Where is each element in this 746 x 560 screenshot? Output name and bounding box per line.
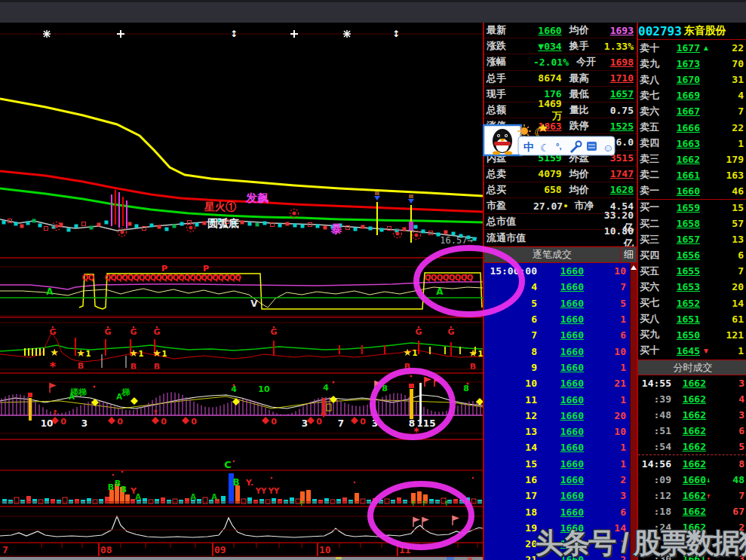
level-label: 买三 [638,233,668,246]
sell-level-row[interactable]: 卖九 1673 70 [638,56,746,72]
window-top-bar [0,0,746,23]
quote-value: 1710 [603,72,637,84]
level-volume: 22 [712,42,746,54]
level-label: 卖七 [638,89,668,103]
svg-text:0: 0 [161,417,167,427]
price-trend-icon: ▼ [700,347,712,355]
scroll-up-icon[interactable] [631,265,637,270]
level-label: 买四 [638,249,668,262]
level-price: 1677 [668,42,700,54]
svg-text:★: ★ [129,347,138,359]
quote-value: 8674 [533,72,562,84]
level-volume: 7 [712,265,746,277]
level-price: 1650 [668,329,700,341]
trade-volume: 10 [584,426,637,437]
time-sales-row: :18 1662 67 [638,503,746,519]
quote-value: 4079 [533,168,562,179]
buy-level-row[interactable]: 买十 1645 ▼ 1 [638,343,746,359]
trade-volume: 6 [715,425,746,436]
svg-text:V: V [250,298,258,309]
level-volume: 179 [712,154,746,165]
quote-label: 总卖 [484,167,533,181]
trade-time: 8 [484,346,537,357]
quote-label: 最新 [484,23,533,37]
punctuation-icon[interactable]: °, [556,142,561,151]
tick-trade-row: 17 1660 3 [484,488,637,503]
svg-text:G: G [447,327,454,337]
buy-level-row[interactable]: 买九 1650 121 [638,327,746,343]
quote-value: 1693 [603,25,637,36]
buy-level-row[interactable]: 买三 1657 13 [638,231,746,247]
buy-level-row[interactable]: 买七 1652 14 [638,295,746,311]
sell-level-row[interactable]: 卖三 1662 179 [638,151,746,167]
sell-level-row[interactable]: 卖六 1667 7 [638,103,746,119]
svg-text:0: 0 [117,417,123,427]
sell-level-row[interactable]: 卖一 1660 46 [638,183,746,199]
smiley-icon[interactable]: ☺ [603,142,613,154]
level-price: 1666 [668,122,700,133]
sell-level-row[interactable]: 卖七 1669 4 [638,87,746,103]
level-label: 买五 [638,265,668,278]
sell-level-row[interactable]: 卖四 1663 1 [638,136,746,151]
sell-level-row[interactable]: 卖二 1661 163 [638,167,746,183]
sell-level-row[interactable]: 卖十 1677 ▲ 22 [638,40,746,56]
trade-time: :39 [638,393,671,405]
svg-text:A: A [69,393,75,401]
mode-button[interactable]: 中 [523,141,534,153]
quote-row: 总卖 4079 均价 1747 [484,167,637,182]
level-label: 卖九 [638,57,668,71]
buy-level-row[interactable]: 买六 1653 20 [638,279,746,295]
trade-time: 7 [484,329,537,341]
tick-trade-list[interactable]: 15:00:00 1660 10 4 1660 7 5 1660 5 6 166… [484,263,637,560]
quote-label: 均价 [563,183,603,197]
quote-label: 市盈 [484,199,533,213]
detail-button[interactable]: 细 [620,247,637,262]
night-mode-icon[interactable]: ☾ [540,142,550,154]
tick-trade-row: 12 1660 20 [484,408,637,424]
tick-trade-row: 15 1660 1 [484,456,637,472]
tick-trade-panel: 逐笔成交 细 15:00:00 1660 10 4 1660 7 5 1660 … [484,246,637,560]
quote-label: 总额 [484,103,533,117]
chart-annotation-bao: 暴 [330,222,342,235]
sell-level-row[interactable]: 卖八 1670 31 [638,72,746,87]
time-sales-row: :09 1660 ↓ 48 [638,472,746,488]
time-sales-row: :51 1662 6 [638,423,746,439]
stock-header[interactable]: 002793 东音股份 [638,23,746,40]
level-label: 买七 [638,296,668,310]
axis-month-label: 10 [319,544,331,555]
trade-price: 1660 [537,378,584,389]
axis-month-label: 11 [399,544,411,555]
svg-text:A: A [190,493,196,501]
trade-time: 14:55 [638,378,671,389]
buy-level-row[interactable]: 买二 1658 57 [638,216,746,231]
time-sales-row: :48 1662 3 [638,407,746,423]
level-label: 卖八 [638,73,668,87]
svg-text:★: ★ [50,347,59,358]
level-volume: 57 [712,218,746,229]
time-sales-title: 分时成交 [638,360,746,375]
level-price: 1651 [668,314,700,325]
buy-level-row[interactable]: 买八 1651 61 [638,311,746,327]
level-price: 1673 [668,58,700,69]
scrollbar[interactable] [630,263,637,560]
trade-price: 1660 [537,474,584,485]
sell-level-row[interactable]: 卖五 1666 22 [638,119,746,135]
time-sales-row: :12 1662 ↑ 7 [638,488,746,503]
buy-level-row[interactable]: 买四 1656 6 [638,247,746,263]
trade-volume: 21 [584,378,637,389]
trade-time: 16 [484,474,537,485]
chart-background [0,23,483,560]
svg-text:A: A [135,493,141,501]
buy-level-row[interactable]: 买一 1659 15 [638,200,746,216]
trade-time: 17 [484,490,537,501]
buy-level-row[interactable]: 买五 1655 7 [638,263,746,279]
chart-annotation-yuanhudi: 圆弧底 [207,217,239,229]
main-chart[interactable]: ↕↕QQQQQQQQQQQQQQQQQQQQQQQQQQQQQQQQQQPPAA… [0,23,483,560]
svg-text:1: 1 [139,350,144,358]
svg-text:Q: Q [88,274,95,282]
keyboard-panel-icon[interactable] [587,142,597,151]
qq-input-widget[interactable]: ☾ 中 ☾ °, ☺ [483,121,617,160]
trade-volume: 48 [715,474,746,485]
trade-price: 1662 [671,378,706,389]
svg-text:B: B [108,482,114,492]
